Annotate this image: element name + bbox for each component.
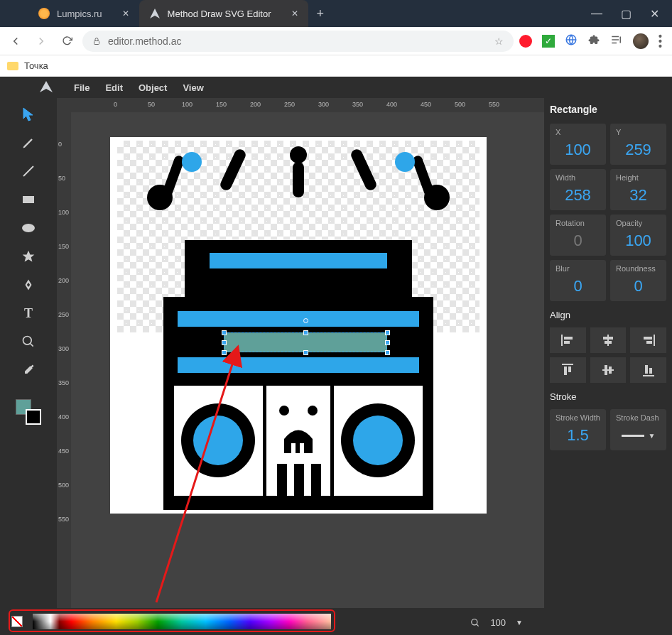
opera-icon[interactable] <box>519 35 532 48</box>
prop-width[interactable]: Width 258 <box>550 169 606 210</box>
prop-opacity[interactable]: Opacity 100 <box>610 215 666 256</box>
canvas-viewport[interactable]: 0 50 100 150 200 250 300 350 400 450 500… <box>57 98 544 608</box>
pen-tool[interactable] <box>19 276 38 294</box>
select-tool[interactable] <box>19 105 38 124</box>
resize-handle[interactable] <box>222 340 227 345</box>
rectangle-tool[interactable] <box>19 190 38 209</box>
svg-rect-56 <box>649 368 652 374</box>
prop-value[interactable]: 32 <box>616 186 661 205</box>
ruler-tick: 300 <box>58 345 69 352</box>
ruler-tick: 350 <box>58 379 69 386</box>
zoom-value[interactable]: 100 <box>490 617 506 628</box>
chevron-down-icon[interactable]: ▼ <box>649 432 656 440</box>
zoom-indicator[interactable]: 100 ▼ <box>470 617 523 628</box>
site-favicon-icon <box>149 8 161 19</box>
resize-handle[interactable] <box>385 350 390 355</box>
ruler-tick: 200 <box>250 101 261 108</box>
lock-icon <box>92 36 101 46</box>
dash-preview-icon <box>622 435 644 437</box>
browser-tab[interactable]: Lumpics.ru ✕ <box>28 0 139 27</box>
eyedropper-tool[interactable] <box>19 361 38 379</box>
maximize-icon[interactable]: ▢ <box>621 7 632 21</box>
resize-handle[interactable] <box>303 350 308 355</box>
pencil-tool[interactable] <box>19 134 38 152</box>
menu-edit[interactable]: Edit <box>105 82 123 93</box>
kebab-menu-icon[interactable]: ••• <box>659 35 662 48</box>
svg-rect-44 <box>605 341 612 344</box>
profile-avatar[interactable] <box>633 33 649 49</box>
canvas-artwork[interactable] <box>117 141 479 510</box>
text-tool[interactable]: T <box>19 304 38 322</box>
tab-title: Method Draw SVG Editor <box>168 9 271 19</box>
ruler-tick: 250 <box>284 101 295 108</box>
selection-bounding-box[interactable] <box>224 332 387 352</box>
forward-button[interactable] <box>31 31 51 51</box>
menu-object[interactable]: Object <box>139 82 167 93</box>
rotate-handle[interactable] <box>303 318 308 323</box>
prop-x[interactable]: X 100 <box>550 124 606 165</box>
bookmarks-bar: Точка <box>0 55 672 77</box>
browser-tab[interactable]: Method Draw SVG Editor ✕ <box>139 0 308 27</box>
bookmark-item[interactable]: Точка <box>24 60 48 71</box>
ruler-tick: 100 <box>58 209 69 216</box>
svg-rect-12 <box>161 154 185 197</box>
prop-value[interactable]: 1.5 <box>556 426 600 445</box>
align-bottom-button[interactable] <box>630 357 666 383</box>
align-center-h-button[interactable] <box>590 327 627 353</box>
align-center-v-button[interactable] <box>590 357 627 383</box>
prop-rotation[interactable]: Rotation 0 <box>550 215 606 256</box>
svg-rect-49 <box>564 367 567 375</box>
reload-button[interactable] <box>57 31 77 51</box>
resize-handle[interactable] <box>385 340 390 345</box>
menu-file[interactable]: File <box>74 82 90 93</box>
prop-label: Height <box>616 173 661 182</box>
prop-stroke-dash[interactable]: Stroke Dash ▼ <box>610 409 666 450</box>
svg-point-9 <box>23 337 32 345</box>
line-tool[interactable] <box>19 162 38 180</box>
resize-handle[interactable] <box>303 330 308 335</box>
color-swatches[interactable] <box>16 399 41 425</box>
prop-value[interactable]: 0 <box>556 277 600 295</box>
prop-value[interactable]: 0 <box>556 232 600 250</box>
prop-value[interactable]: 0 <box>616 277 661 295</box>
star-tool[interactable] <box>19 247 38 266</box>
close-icon[interactable]: ✕ <box>650 7 659 21</box>
prop-value[interactable]: 258 <box>556 186 600 205</box>
check-shield-icon[interactable]: ✓ <box>542 35 555 48</box>
svg-line-10 <box>31 344 33 347</box>
prop-value[interactable]: 100 <box>556 141 600 159</box>
zoom-tool[interactable] <box>19 332 38 351</box>
ellipse-tool[interactable] <box>19 219 38 237</box>
menu-view[interactable]: View <box>183 82 203 93</box>
align-top-button[interactable] <box>550 357 586 383</box>
ruler-tick: 50 <box>58 175 65 182</box>
close-tab-icon[interactable]: ✕ <box>291 9 298 18</box>
align-left-button[interactable] <box>550 327 586 353</box>
resize-handle[interactable] <box>222 330 227 335</box>
resize-handle[interactable] <box>222 350 227 355</box>
minimize-icon[interactable]: — <box>591 7 602 21</box>
svg-rect-40 <box>564 337 573 340</box>
stroke-color-swatch[interactable] <box>26 409 41 425</box>
address-bar[interactable]: editor.method.ac ☆ <box>82 31 514 52</box>
prop-blur[interactable]: Blur 0 <box>550 260 606 301</box>
svg-editor-app: File Edit Object View T 0 <box>0 77 672 635</box>
chevron-down-icon[interactable]: ▼ <box>516 619 523 626</box>
prop-height[interactable]: Height 32 <box>610 169 666 210</box>
svg-marker-8 <box>23 251 35 262</box>
star-bookmark-icon[interactable]: ☆ <box>494 36 504 47</box>
svg-marker-4 <box>23 108 33 121</box>
extensions-puzzle-icon[interactable] <box>587 33 600 49</box>
prop-value[interactable]: 100 <box>616 232 661 250</box>
resize-handle[interactable] <box>385 330 390 335</box>
prop-y[interactable]: Y 259 <box>610 124 666 165</box>
media-icon[interactable] <box>610 33 623 49</box>
align-right-button[interactable] <box>630 327 666 353</box>
prop-value[interactable]: 259 <box>616 141 661 159</box>
prop-roundness[interactable]: Roundness 0 <box>610 260 666 301</box>
new-tab-button[interactable]: + <box>308 6 333 21</box>
globe-icon[interactable] <box>565 33 578 49</box>
back-button[interactable] <box>6 31 26 51</box>
prop-stroke-width[interactable]: Stroke Width 1.5 <box>550 409 606 450</box>
close-tab-icon[interactable]: ✕ <box>122 9 129 18</box>
